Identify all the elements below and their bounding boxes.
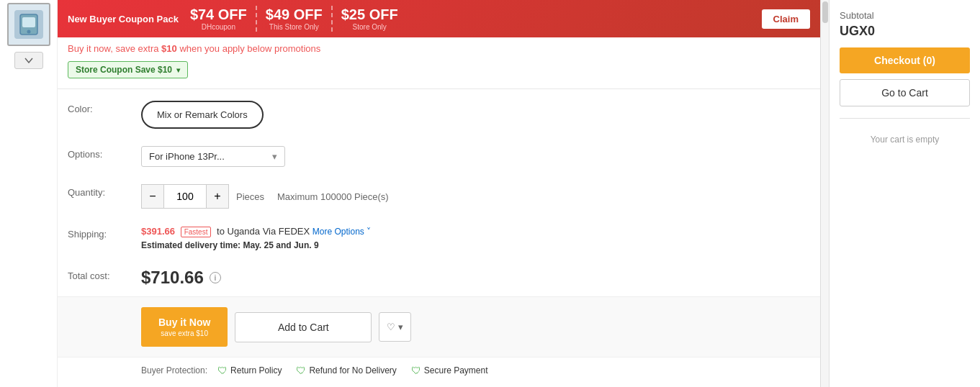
shipping-destination: to Uganda Via FEDEX [217,226,310,237]
total-price: $710.66 i [141,268,221,288]
secure-payment-item: 🛡 Secure Payment [411,365,488,376]
thumbnail-area [0,0,58,387]
svg-rect-2 [22,17,35,27]
total-price-value: $710.66 [141,268,204,288]
fastest-badge: Fastest [181,227,212,237]
options-row: Options: For iPhone 13Pr... ▾ [58,137,820,176]
secure-shield-icon: 🛡 [411,365,421,376]
quantity-row: Quantity: − + Pieces Maximum 100000 Piec… [58,176,820,217]
coupon-store-only-amount: $25 OFF [341,6,398,23]
thumbnail-nav-down[interactable] [14,52,43,69]
subtotal-value: UGX0 [840,24,970,39]
return-shield-icon: 🛡 [217,365,228,376]
shipping-price: $391.66 [141,226,175,237]
action-area: Buy it Now save extra $10 Add to Cart ♡ … [58,296,820,357]
promo-text-after: when you apply below promotions [177,43,320,54]
options-selected-value: For iPhone 13Pr... [149,151,225,162]
promo-amount: $10 [161,43,177,54]
quantity-increment-button[interactable]: + [207,185,228,208]
total-cost-row: Total cost: $710.66 i [58,259,820,296]
coupon-dhcoupon-label: DHcoupon [202,23,235,31]
wishlist-button[interactable]: ♡ ▾ [379,312,411,342]
buy-now-button[interactable]: Buy it Now save extra $10 [141,307,228,347]
promo-line: Buy it now, save extra $10 when you appl… [58,37,820,58]
buy-now-sub-label: save extra $10 [161,329,208,338]
info-icon[interactable]: i [210,272,221,283]
return-policy-text: Return Policy [230,365,282,375]
options-content: For iPhone 13Pr... ▾ [141,146,810,167]
buy-now-label: Buy it Now [158,316,210,329]
coupon-store-only: $25 OFF Store Only [341,6,398,31]
quantity-decrement-button[interactable]: − [142,185,163,208]
store-coupon-arrow-icon: ▾ [176,66,180,74]
chevron-down-icon: ▾ [272,151,277,162]
quantity-content: − + Pieces Maximum 100000 Piece(s) [141,184,810,209]
store-coupon-label: Store Coupon Save $10 [76,65,172,75]
coupon-dhcoupon: $74 OFF DHcoupon [190,6,247,31]
coupon-store-label: This Store Only [269,23,319,31]
refund-shield-icon: 🛡 [296,365,306,376]
cart-panel: Subtotal UGX0 Checkout (0) Go to Cart Yo… [829,0,980,387]
coupon-store-amount: $49 OFF [266,6,323,23]
quantity-input[interactable] [163,185,207,208]
delivery-dates: May. 25 and Jun. 9 [243,240,318,250]
subtotal-label: Subtotal [840,10,970,21]
refund-item: 🛡 Refund for No Delivery [296,365,396,376]
buyer-protection-row: Buyer Protection: 🛡 Return Policy 🛡 Refu… [58,357,820,383]
more-options-link[interactable]: More Options ˅ [313,227,371,237]
color-row: Color: Mix or Remark Colors [58,92,820,137]
total-content: $710.66 i [141,268,810,288]
shipping-label: Shipping: [68,226,132,240]
quantity-max: Maximum 100000 Piece(s) [277,191,389,202]
main-content: New Buyer Coupon Pack $74 OFF DHcoupon $… [58,0,820,387]
heart-icon: ♡ [387,322,395,332]
shipping-row: Shipping: $391.66 Fastest to Uganda Via … [58,217,820,259]
coupon-amounts: $74 OFF DHcoupon $49 OFF This Store Only… [190,6,398,32]
store-coupon-badge[interactable]: Store Coupon Save $10 ▾ [68,61,188,78]
claim-button[interactable]: Claim [762,9,810,29]
color-content: Mix or Remark Colors [141,101,810,129]
quantity-unit: Pieces [236,191,264,202]
coupon-store: $49 OFF This Store Only [266,6,323,31]
store-coupon-row: Store Coupon Save $10 ▾ [58,58,820,86]
svg-point-3 [27,30,30,34]
shipping-line-1: $391.66 Fastest to Uganda Via FEDEX More… [141,226,810,237]
promo-text-before: Buy it now, save extra [68,43,161,54]
more-options-text: More Options [313,227,364,237]
product-thumbnail[interactable] [7,3,50,46]
return-policy-item: 🛡 Return Policy [217,365,282,376]
quantity-controls-row: − + Pieces Maximum 100000 Piece(s) [141,184,810,209]
delivery-label: Estimated delivery time: [141,240,240,250]
cart-empty-text: Your cart is empty [840,135,970,145]
shipping-content: $391.66 Fastest to Uganda Via FEDEX More… [141,226,810,250]
coupon-divider [256,6,257,32]
color-option[interactable]: Mix or Remark Colors [141,101,264,129]
coupon-banner: New Buyer Coupon Pack $74 OFF DHcoupon $… [58,0,820,37]
buyer-protection-label: Buyer Protection: [141,365,207,375]
secure-payment-text: Secure Payment [424,365,488,375]
color-label: Color: [68,101,132,114]
refund-text: Refund for No Delivery [309,365,396,375]
options-label: Options: [68,146,132,160]
coupon-store-only-label: Store Only [353,23,387,31]
cart-separator [840,118,970,119]
total-label: Total cost: [68,268,132,281]
coupon-divider-2 [331,6,333,32]
scroll-thumb[interactable] [822,1,828,23]
quantity-controls: − + [141,184,229,209]
wishlist-arrow-icon: ▾ [398,322,403,332]
checkout-button[interactable]: Checkout (0) [840,47,970,73]
add-to-cart-button[interactable]: Add to Cart [235,312,372,342]
quantity-label: Quantity: [68,184,132,198]
scrollbar[interactable] [820,0,829,387]
delivery-estimate: Estimated delivery time: May. 25 and Jun… [141,240,810,250]
go-to-cart-button[interactable]: Go to Cart [840,79,970,106]
coupon-dhcoupon-amount: $74 OFF [190,6,247,23]
coupon-banner-title: New Buyer Coupon Pack [68,14,179,24]
options-dropdown[interactable]: For iPhone 13Pr... ▾ [141,146,285,167]
separator-1 [58,88,820,89]
